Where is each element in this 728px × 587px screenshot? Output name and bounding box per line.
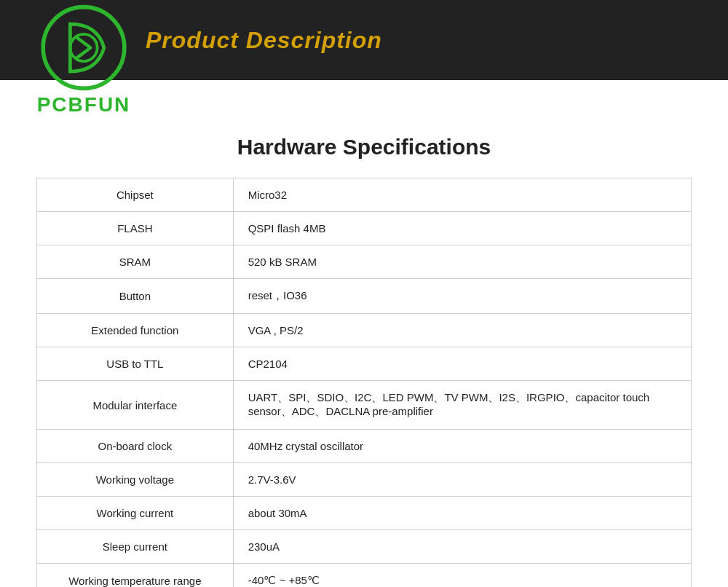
spec-value: about 30mA [233, 497, 691, 530]
spec-label: FLASH [37, 212, 234, 245]
spec-label: Modular interface [37, 381, 234, 430]
logo-area: PCBFUN [11, 0, 157, 117]
spec-value: QSPI flash 4MB [233, 212, 691, 245]
svg-point-1 [70, 34, 97, 61]
spec-label: On-board clock [37, 430, 234, 463]
spec-value: 2.7V-3.6V [233, 463, 691, 497]
svg-point-0 [43, 7, 124, 89]
spec-value: 520 kB SRAM [233, 245, 691, 279]
table-row: Working voltage2.7V-3.6V [37, 463, 692, 497]
spec-value: VGA , PS/2 [233, 314, 691, 347]
main-content: Hardware Specifications ChipsetMicro32FL… [0, 80, 728, 587]
spec-label: Sleep current [37, 530, 234, 564]
table-row: On-board clock40MHz crystal oscillator [37, 430, 692, 463]
spec-value: Micro32 [233, 178, 691, 212]
spec-label: Working temperature range [37, 564, 234, 588]
page-title: Hardware Specifications [36, 135, 692, 159]
table-row: Sleep current230uA [37, 530, 692, 564]
table-row: Working temperature range-40℃ ~ +85℃ [37, 564, 692, 588]
table-row: Working currentabout 30mA [37, 497, 692, 530]
spec-value: -40℃ ~ +85℃ [233, 564, 691, 588]
spec-label: SRAM [37, 245, 234, 279]
spec-label: Button [37, 279, 234, 314]
table-row: FLASHQSPI flash 4MB [37, 212, 692, 245]
spec-value: 230uA [233, 530, 691, 564]
specs-table: ChipsetMicro32FLASHQSPI flash 4MBSRAM520… [36, 178, 692, 587]
spec-label: USB to TTL [37, 347, 234, 381]
header-title: Product Description [146, 27, 382, 54]
table-row: SRAM520 kB SRAM [37, 245, 692, 279]
logo-circle-icon [36, 4, 131, 92]
spec-label: Extended function [37, 314, 234, 347]
spec-value: UART、SPI、SDIO、I2C、LED PWM、TV PWM、I2S、IRG… [233, 381, 691, 430]
table-row: Extended functionVGA , PS/2 [37, 314, 692, 347]
spec-value: reset，IO36 [233, 279, 691, 314]
table-row: USB to TTLCP2104 [37, 347, 692, 381]
logo-text: PCBFUN [37, 93, 131, 117]
table-row: Modular interfaceUART、SPI、SDIO、I2C、LED P… [37, 381, 692, 430]
spec-value: CP2104 [233, 347, 691, 381]
table-row: Buttonreset，IO36 [37, 279, 692, 314]
table-row: ChipsetMicro32 [37, 178, 692, 212]
spec-label: Chipset [37, 178, 234, 212]
spec-label: Working voltage [37, 463, 234, 497]
spec-value: 40MHz crystal oscillator [233, 430, 691, 463]
spec-label: Working current [37, 497, 234, 530]
